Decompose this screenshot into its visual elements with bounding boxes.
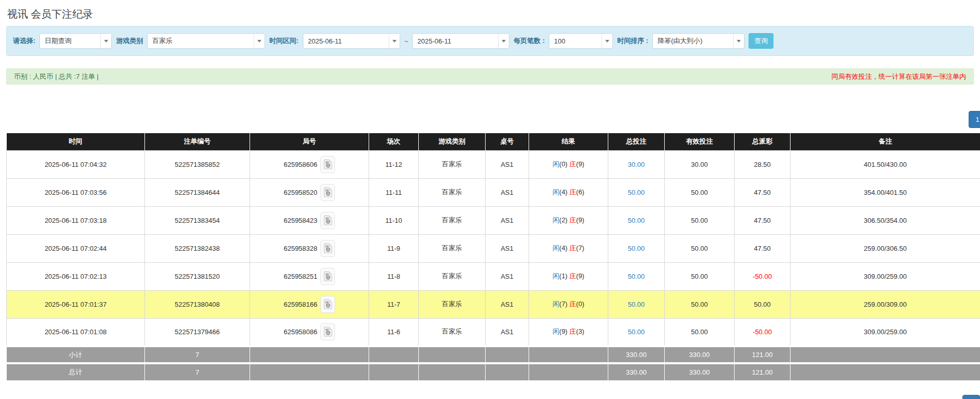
- table-row: 2025-06-11 07:01:08 522571379466 6259580…: [7, 318, 980, 346]
- page-size-label: 每页笔数 :: [514, 36, 545, 46]
- valid-bet: 50.00: [665, 234, 735, 262]
- result-player-score: (7): [559, 300, 567, 308]
- chevron-down-icon[interactable]: [498, 34, 509, 48]
- bet-number: 522571381520: [145, 262, 250, 290]
- col-remark: 备注: [791, 133, 980, 150]
- date-to-select[interactable]: 2025-06-11: [412, 33, 509, 49]
- remark: 259.00/309.00: [791, 290, 980, 318]
- pagination-page-1[interactable]: 1: [969, 111, 980, 128]
- total-payout: 121.00: [735, 363, 791, 380]
- col-round-number: 局号: [250, 133, 369, 150]
- table-number: AS1: [486, 206, 529, 234]
- game-type: 百家乐: [419, 178, 486, 206]
- total-bet-link[interactable]: 50.00: [628, 273, 645, 280]
- video-replay-icon[interactable]: [320, 156, 335, 173]
- total-bet-link[interactable]: 50.00: [628, 217, 645, 224]
- bet-time: 2025-06-11 07:03:56: [7, 178, 145, 206]
- pagination-page-1-bottom[interactable]: 1: [962, 395, 980, 399]
- table-row: 2025-06-11 07:03:56 522571384644 6259585…: [7, 178, 980, 206]
- result-player: 闲: [552, 160, 559, 168]
- table-row: 2025-06-11 07:02:13 522571381520 6259582…: [7, 262, 980, 290]
- bet-time: 2025-06-11 07:01:37: [7, 290, 145, 318]
- total-bet-link[interactable]: 50.00: [628, 301, 645, 308]
- bet-number: 522571384644: [145, 178, 250, 206]
- payout-value: -50.00: [735, 318, 791, 346]
- total-total-bet: 330.00: [608, 363, 665, 380]
- result-player: 闲: [552, 216, 559, 224]
- valid-bet: 30.00: [665, 150, 735, 178]
- result-banker: 庄: [569, 244, 576, 252]
- filter-bar: 请选择: 日期查询 游戏类别 百家乐 时间区间: 2025-06-11 ~ 20…: [6, 26, 974, 56]
- page-size-select[interactable]: 100: [549, 33, 613, 49]
- result-banker-score: (9): [576, 272, 584, 280]
- round-cell: 625958423: [250, 206, 369, 234]
- table-row: 2025-06-11 07:04:32 522571385852 6259586…: [7, 150, 980, 178]
- bet-time: 2025-06-11 07:04:32: [7, 150, 145, 178]
- table-number: AS1: [486, 262, 529, 290]
- total-bet-cell: 30.00: [608, 150, 665, 178]
- table-number: AS1: [486, 150, 529, 178]
- video-replay-icon[interactable]: [320, 268, 335, 285]
- video-replay-icon[interactable]: [320, 296, 335, 313]
- game-type: 百家乐: [419, 150, 486, 178]
- round-cell: 625958520: [250, 178, 369, 206]
- table-number: AS1: [486, 318, 529, 346]
- result-banker: 庄: [569, 300, 576, 308]
- chevron-down-icon[interactable]: [602, 34, 612, 48]
- table-row: 2025-06-11 07:01:37 522571380408 6259581…: [7, 290, 980, 318]
- result-cell: 闲(9) 庄(3): [529, 318, 608, 346]
- remark: 401.50/430.00: [791, 150, 980, 178]
- remark: 309.00/259.00: [791, 318, 980, 346]
- chevron-down-icon[interactable]: [733, 34, 744, 48]
- time-sort-select[interactable]: 降幂(由大到小): [652, 33, 744, 49]
- round-number: 625958251: [284, 273, 317, 280]
- chevron-down-icon[interactable]: [254, 34, 265, 48]
- result-banker: 庄: [569, 216, 576, 224]
- result-cell: 闲(4) 庄(6): [529, 178, 608, 206]
- col-time: 时间: [7, 133, 145, 150]
- result-player-score: (1): [559, 272, 567, 280]
- bet-time: 2025-06-11 07:02:44: [7, 234, 145, 262]
- result-banker-score: (6): [576, 188, 584, 196]
- subtotal-payout: 121.00: [735, 346, 791, 363]
- result-cell: 闲(4) 庄(7): [529, 234, 608, 262]
- select-type-label: 请选择:: [13, 36, 35, 46]
- chevron-down-icon[interactable]: [389, 34, 400, 48]
- time-range-label: 时间区间:: [269, 36, 298, 46]
- bet-number: 522571385852: [145, 150, 250, 178]
- records-body: 2025-06-11 07:04:32 522571385852 6259586…: [7, 150, 980, 346]
- video-replay-icon[interactable]: [320, 240, 335, 257]
- result-banker-score: (9): [576, 216, 584, 224]
- session: 11-12: [369, 150, 419, 178]
- chevron-down-icon[interactable]: [100, 34, 111, 48]
- page-title: 视讯 会员下注纪录: [7, 7, 980, 21]
- video-replay-icon[interactable]: [320, 184, 335, 201]
- game-type-select[interactable]: 百家乐: [147, 33, 265, 49]
- total-bet-link[interactable]: 50.00: [628, 189, 645, 196]
- game-type-value: 百家乐: [148, 34, 254, 48]
- result-banker-score: (7): [576, 244, 584, 252]
- query-type-select[interactable]: 日期查询: [39, 33, 112, 49]
- payout-value: 47.50: [735, 234, 791, 262]
- round-number: 625958166: [284, 301, 317, 308]
- round-cell: 625958251: [250, 262, 369, 290]
- bet-number: 522571382438: [145, 234, 250, 262]
- result-player: 闲: [552, 188, 559, 196]
- round-cell: 625958606: [250, 150, 369, 178]
- table-number: AS1: [486, 290, 529, 318]
- search-button[interactable]: 查询: [749, 33, 773, 49]
- session: 11-7: [369, 290, 419, 318]
- result-cell: 闲(7) 庄(0): [529, 290, 608, 318]
- payout-value: -50.00: [735, 262, 791, 290]
- result-banker: 庄: [569, 272, 576, 280]
- game-type-label: 游戏类别: [116, 36, 143, 46]
- total-bet-link[interactable]: 50.00: [628, 328, 645, 336]
- date-from-select[interactable]: 2025-06-11: [303, 33, 400, 49]
- total-bet-link[interactable]: 50.00: [628, 245, 645, 252]
- video-replay-icon[interactable]: [320, 323, 335, 340]
- remark: 309.00/259.00: [791, 262, 980, 290]
- table-number: AS1: [486, 234, 529, 262]
- video-replay-icon[interactable]: [320, 212, 335, 229]
- total-bet-link[interactable]: 30.00: [628, 161, 645, 168]
- col-payout: 总派彩: [735, 133, 791, 150]
